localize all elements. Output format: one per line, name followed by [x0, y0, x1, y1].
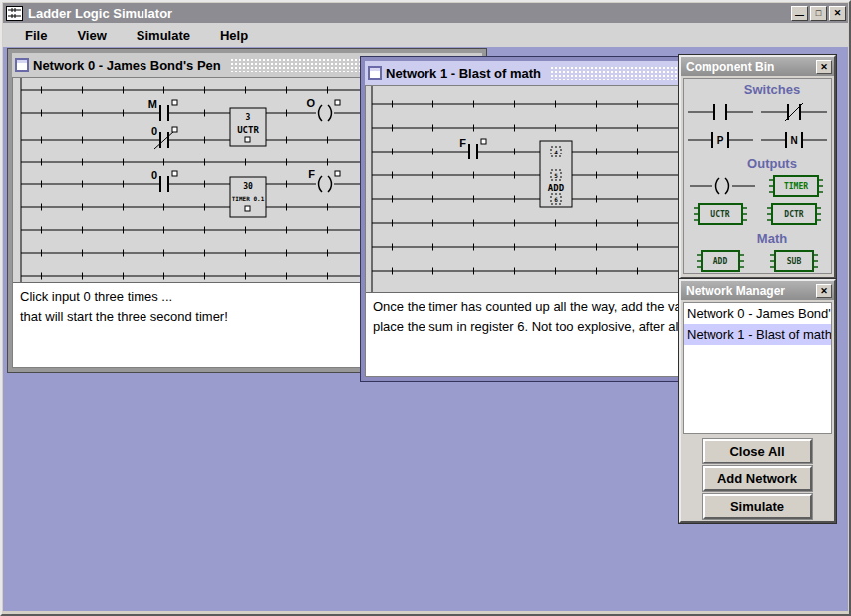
nc-contact-icon — [759, 101, 829, 123]
coil-icon — [688, 175, 757, 197]
state-indicator — [172, 171, 177, 176]
math-header: Math — [684, 231, 831, 247]
component-p-contact[interactable]: P — [686, 129, 755, 151]
close-button[interactable]: ✕ — [829, 6, 846, 21]
window-icon — [15, 58, 29, 72]
component-dctr[interactable]: DCTR — [763, 201, 825, 227]
network-1-body: F 4 5 ADD 6 On — [365, 85, 687, 377]
p-contact-icon: P — [686, 129, 755, 151]
component-bin-titlebar[interactable]: Component Bin ✕ — [681, 57, 834, 76]
add-box: 4 5 ADD 6 — [540, 141, 572, 207]
component-sub[interactable]: SUB — [766, 248, 822, 274]
close-all-button[interactable]: Close All — [703, 439, 812, 463]
close-icon[interactable]: ✕ — [816, 60, 832, 74]
component-add[interactable]: ADD — [693, 248, 748, 274]
switches-header: Switches — [684, 82, 831, 98]
maximize-button[interactable]: □ — [810, 6, 827, 21]
titlebar-pattern — [550, 66, 683, 80]
svg-text:ADD: ADD — [548, 183, 565, 193]
minimize-button[interactable]: — — [791, 6, 808, 21]
register-indicator — [245, 206, 250, 211]
counter-box: 3 UCTR — [230, 108, 266, 146]
contact-count-input[interactable]: M — [148, 98, 177, 123]
notes-line: Once the timer has counted up all the wa… — [373, 297, 679, 317]
dctr-box-icon: DCTR — [763, 201, 825, 227]
no-contact-icon — [686, 101, 755, 123]
network-0-title: Network 0 - James Bond's Pen — [33, 58, 221, 73]
network-manager-window: Network Manager ✕ Network 0 - James Bond… — [679, 279, 836, 523]
svg-text:F: F — [308, 168, 315, 180]
ladder-canvas-1: F 4 5 ADD 6 — [366, 86, 686, 292]
network-1-notes[interactable]: Once the timer has counted up all the wa… — [366, 292, 686, 376]
svg-text:F: F — [459, 137, 466, 149]
simulate-button[interactable]: Simulate — [703, 494, 812, 519]
svg-text:N: N — [790, 135, 797, 146]
svg-text:30: 30 — [243, 182, 253, 191]
register-indicator — [245, 137, 250, 142]
outputs-header: Outputs — [684, 156, 831, 172]
app-title: Ladder Logic Simulator — [28, 6, 791, 21]
menu-file[interactable]: File — [25, 28, 47, 43]
n-contact-icon: N — [759, 129, 829, 151]
menu-simulate[interactable]: Simulate — [137, 28, 190, 43]
svg-text:6: 6 — [554, 196, 558, 203]
add-network-button[interactable]: Add Network — [703, 466, 812, 491]
contact-enable[interactable]: F — [459, 137, 486, 161]
svg-text:0: 0 — [151, 169, 157, 181]
component-uctr[interactable]: UCTR — [690, 201, 751, 227]
contact-timer-input[interactable]: 0 — [151, 169, 177, 194]
state-indicator — [481, 139, 486, 144]
component-bin-title: Component Bin — [686, 60, 774, 74]
state-indicator — [335, 171, 340, 176]
svg-text:O: O — [306, 97, 315, 109]
uctr-box-icon: UCTR — [690, 201, 751, 227]
svg-text:UCTR: UCTR — [237, 125, 259, 135]
network-manager-title: Network Manager — [686, 284, 785, 298]
svg-text:5: 5 — [554, 172, 558, 179]
network-list: Network 0 - James Bond'... Network 1 - B… — [683, 302, 832, 434]
contact-reset-input[interactable]: 0 — [151, 125, 177, 150]
coil-counter-output: O — [306, 97, 340, 123]
svg-text:M: M — [148, 98, 157, 110]
menu-view[interactable]: View — [77, 28, 106, 43]
close-icon[interactable]: ✕ — [816, 284, 832, 298]
component-n-contact[interactable]: N — [759, 129, 829, 151]
coil-timer-output: F — [308, 168, 340, 194]
component-bin-body: Switches — [683, 78, 832, 274]
component-bin-window: Component Bin ✕ Switches — [679, 55, 836, 279]
network-manager-titlebar[interactable]: Network Manager ✕ — [681, 281, 834, 300]
window-network-1: Network 1 - Blast of math F — [361, 57, 691, 381]
list-item-network-0[interactable]: Network 0 - James Bond'... — [684, 303, 831, 324]
timer-box-icon: TIMER — [765, 173, 827, 199]
network-1-titlebar[interactable]: Network 1 - Blast of math — [365, 61, 687, 85]
svg-text:DCTR: DCTR — [784, 210, 803, 219]
state-indicator — [335, 100, 340, 105]
network-1-title: Network 1 - Blast of math — [386, 66, 541, 81]
svg-text:4: 4 — [554, 149, 558, 155]
app-icon — [6, 6, 23, 21]
timer-box: 30 TIMER 0.1 — [230, 177, 266, 217]
svg-text:ADD: ADD — [713, 257, 728, 266]
state-indicator — [172, 127, 177, 132]
svg-text:TIMER 0.1: TIMER 0.1 — [232, 195, 265, 202]
svg-text:3: 3 — [246, 113, 251, 122]
ladder-rungs — [372, 104, 684, 271]
menu-help[interactable]: Help — [220, 28, 248, 43]
svg-text:SUB: SUB — [787, 257, 802, 266]
component-nc-contact[interactable] — [759, 101, 829, 123]
svg-text:P: P — [717, 135, 724, 146]
desktop: Network 0 - James Bond's Pen M — [3, 47, 848, 611]
list-item-network-1[interactable]: Network 1 - Blast of math — [684, 324, 831, 345]
component-timer[interactable]: TIMER — [765, 173, 827, 199]
window-icon — [368, 66, 382, 80]
network-manager-buttons: Close All Add Network Simulate — [681, 439, 834, 519]
app-titlebar[interactable]: Ladder Logic Simulator — □ ✕ — [3, 3, 848, 23]
menu-bar: File View Simulate Help — [3, 23, 848, 47]
component-coil[interactable] — [688, 175, 757, 197]
add-box-icon: ADD — [693, 248, 748, 274]
component-no-contact[interactable] — [686, 101, 755, 123]
svg-text:0: 0 — [151, 125, 157, 137]
svg-text:UCTR: UCTR — [710, 210, 729, 219]
svg-text:TIMER: TIMER — [784, 182, 808, 191]
state-indicator — [172, 100, 177, 105]
